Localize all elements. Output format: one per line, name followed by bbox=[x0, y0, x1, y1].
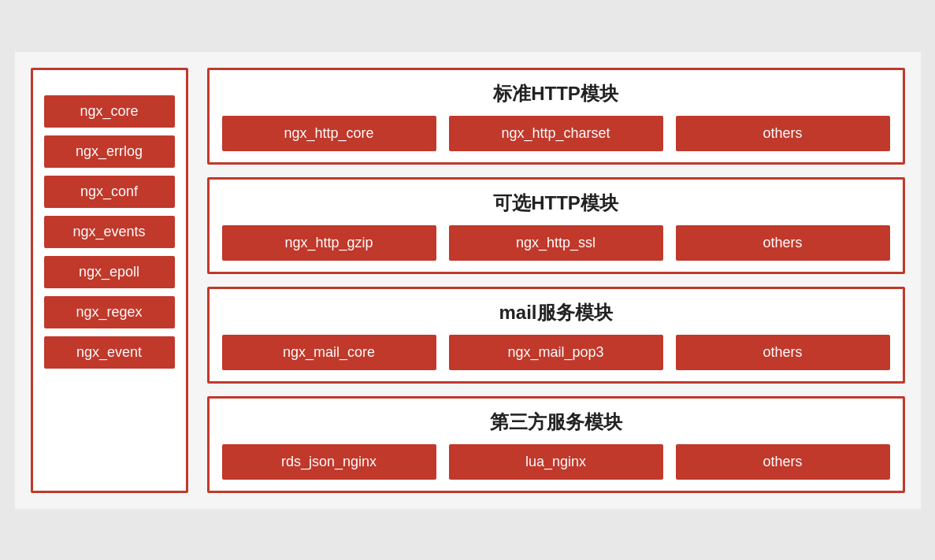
module-chip: ngx_http_core bbox=[222, 116, 436, 151]
module-chip: ngx_mail_core bbox=[222, 335, 436, 370]
module-group: 可选HTTP模块ngx_http_gzipngx_http_sslothers bbox=[207, 177, 905, 274]
right-section: 标准HTTP模块ngx_http_corengx_http_charsetoth… bbox=[207, 68, 905, 493]
module-group-title: 可选HTTP模块 bbox=[222, 191, 890, 216]
module-group: 第三方服务模块rds_json_nginxlua_nginxothers bbox=[207, 396, 905, 493]
core-chip: ngx_core bbox=[44, 95, 175, 128]
module-chip: others bbox=[676, 444, 890, 480]
main-container: ngx_corengx_errlogngx_confngx_eventsngx_… bbox=[15, 52, 921, 509]
module-chip: rds_json_nginx bbox=[222, 444, 436, 480]
module-chip: others bbox=[676, 225, 890, 261]
module-chip: others bbox=[676, 335, 890, 370]
module-group-title: 标准HTTP模块 bbox=[222, 81, 890, 106]
module-chips-row: rds_json_nginxlua_nginxothers bbox=[222, 444, 890, 480]
core-chip: ngx_errlog bbox=[44, 135, 175, 168]
core-items-list: ngx_corengx_errlogngx_confngx_eventsngx_… bbox=[44, 95, 175, 369]
module-chip: lua_nginx bbox=[449, 444, 663, 480]
module-group: 标准HTTP模块ngx_http_corengx_http_charsetoth… bbox=[207, 68, 905, 165]
module-chip: ngx_http_charset bbox=[449, 116, 663, 151]
module-group: mail服务模块ngx_mail_corengx_mail_pop3others bbox=[207, 287, 905, 384]
module-group-title: mail服务模块 bbox=[222, 300, 890, 325]
module-chip: ngx_http_ssl bbox=[449, 225, 663, 261]
core-chip: ngx_epoll bbox=[44, 256, 175, 288]
module-chips-row: ngx_http_gzipngx_http_sslothers bbox=[222, 225, 890, 261]
module-chips-row: ngx_mail_corengx_mail_pop3others bbox=[222, 335, 890, 370]
module-group-title: 第三方服务模块 bbox=[222, 410, 890, 435]
module-chip: others bbox=[676, 116, 890, 151]
module-chip: ngx_mail_pop3 bbox=[449, 335, 663, 370]
module-chips-row: ngx_http_corengx_http_charsetothers bbox=[222, 116, 890, 151]
core-chip: ngx_regex bbox=[44, 296, 175, 328]
core-module-box: ngx_corengx_errlogngx_confngx_eventsngx_… bbox=[31, 68, 188, 493]
module-chip: ngx_http_gzip bbox=[222, 225, 436, 261]
core-chip: ngx_event bbox=[44, 336, 175, 369]
core-chip: ngx_conf bbox=[44, 176, 175, 208]
core-chip: ngx_events bbox=[44, 216, 175, 248]
